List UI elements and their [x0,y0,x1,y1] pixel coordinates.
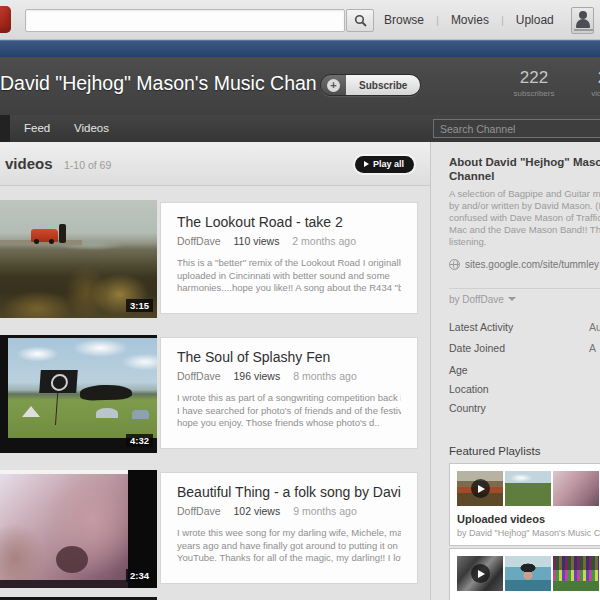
plus-icon [327,79,340,92]
avatar-base [574,29,593,31]
nav-link-upload[interactable]: Upload [516,13,554,27]
video-age: 8 months ago [293,370,357,382]
field-label: Latest Activity [449,321,513,333]
subscribe-label: Subscribe [346,75,420,95]
website-row[interactable]: sites.google.com/site/tummley [449,259,599,270]
playlist-card[interactable]: 2 Favorite videos [449,548,600,600]
playlist-thumb [457,471,503,506]
video-age: 2 months ago [292,235,356,247]
video-description: I wrote this as part of a songwriting co… [177,392,401,430]
tab-videos[interactable]: Videos [74,115,109,142]
content-area: videos 1-10 of 69 Play all 3:15 The Look… [0,142,600,600]
play-overlay-icon [457,556,503,591]
video-views-value: 251 [582,68,600,88]
sidebar-divider [449,288,600,289]
tab-feed[interactable]: Feed [24,115,50,142]
search-input[interactable] [25,9,345,32]
about-text: by and/or written by David Mason. (Not t… [449,200,600,211]
subscriber-count: 222 subscribers [505,68,563,98]
about-text: listening. [449,236,487,247]
videos-header-strip: videos 1-10 of 69 Play all [0,142,430,186]
duration-badge: 4:32 [126,434,153,447]
videos-heading: videos [5,155,53,172]
thumbnail-red-car [31,229,58,242]
field-value: A [589,342,596,354]
subscriber-count-value: 222 [505,68,563,88]
sidebar: About David "Hejhog" Mason's Music Chann… [430,142,600,600]
playlist-card[interactable]: 69 Uploaded videos by David "Hejhog" Mas… [449,463,600,546]
globe-icon [449,259,460,270]
playlist-thumbnails: 2 [457,556,600,591]
playlist-thumb [505,471,551,506]
playlist-thumb [505,556,551,591]
video-views: 110 views [234,235,280,247]
video-row: 2:34 Beautiful Thing - a folk song by Da… [0,465,430,592]
top-nav: Browse | Movies | Upload [384,0,554,40]
field-value: Au [589,321,600,333]
video-views: 196 views [234,370,281,382]
video-info-card: The Lookout Road - take 2 DoffDave 110 v… [160,202,418,314]
youtube-logo-icon[interactable] [0,6,11,33]
nav-link-browse[interactable]: Browse [384,13,424,27]
playlist-thumb [553,471,599,506]
video-meta: DoffDave 196 views 8 months ago [177,370,401,382]
video-views-count: 251 video views [582,68,600,98]
play-all-button[interactable]: Play all [355,156,414,173]
playlist-title[interactable]: Uploaded videos [457,513,600,525]
thumbnail-flag [39,370,78,393]
playlist-thumbnails: 69 [457,471,600,506]
about-title: About David "Hejhog" Mason's Music [449,156,600,168]
about-text: confused with Dave Mason of Traffic, Fle… [449,212,600,223]
thumbnail-wagon [80,384,132,401]
account-avatar-button[interactable] [571,7,594,34]
chevron-down-icon [508,297,516,301]
channel-tab-bar: Feed Videos [0,115,600,142]
nav-separator: | [501,14,504,26]
thumbnail-person [59,224,66,243]
field-label: Age [449,364,468,376]
channel-search-input[interactable] [433,119,600,138]
channel-title: David "Hejhog" Mason's Music Channel [0,72,316,95]
field-label: Location [449,383,489,395]
video-title[interactable]: The Lookout Road - take 2 [177,214,401,230]
blue-divider-bar [0,40,600,57]
about-text: A selection of Bagpipe and Guitar music [449,188,600,199]
subscriber-count-label: subscribers [505,89,563,98]
video-description: This is a "better" remix of the Lookout … [177,257,401,295]
thumbnail-tent [22,406,40,417]
video-meta: DoffDave 110 views 2 months ago [177,235,401,247]
thumbnail-bottom-bar [0,580,128,588]
owner-dropdown[interactable]: by DoffDave [449,294,516,305]
channel-header: David "Hejhog" Mason's Music Channel Sub… [0,57,600,115]
video-title[interactable]: Beautiful Thing - a folk song by David M… [177,484,401,500]
field-label: Date Joined [449,342,505,354]
subscribe-button[interactable]: Subscribe [320,74,421,96]
nav-separator: | [436,14,439,26]
video-row: 4:32 The Soul of Splashy Fen DoffDave 19… [0,330,430,457]
video-author[interactable]: DoffDave [177,370,221,382]
thumbnail-tent [96,408,118,418]
youtube-channel-page: Browse | Movies | Upload David "Hejhog" … [0,0,600,600]
top-bar: Browse | Movies | Upload [0,0,600,40]
website-link[interactable]: sites.google.com/site/tummley [465,259,599,270]
thumbnail-festival-scene [8,338,157,438]
playlist-thumb [553,556,599,591]
video-author[interactable]: DoffDave [177,235,221,247]
person-silhouette-icon [576,11,590,29]
video-author[interactable]: DoffDave [177,505,221,517]
search-button[interactable] [346,9,374,32]
video-info-card: Beautiful Thing - a folk song by David M… [160,472,418,584]
video-row: 3:15 The Lookout Road - take 2 DoffDave … [0,195,430,322]
featured-playlists-heading: Featured Playlists [449,445,540,457]
video-views: 102 views [234,505,281,517]
nav-link-movies[interactable]: Movies [451,13,489,27]
subscribe-left-cap [321,75,346,95]
about-text: Mac and the Dave Mason Band!! Thanks for [449,224,600,235]
magnifier-icon [354,14,367,27]
video-thumbnail[interactable]: 4:32 [0,335,157,453]
field-label: Country [449,402,486,414]
video-title[interactable]: The Soul of Splashy Fen [177,349,401,365]
thumbnail-shadow [56,546,88,573]
video-thumbnail[interactable]: 2:34 [0,470,157,588]
video-thumbnail[interactable]: 3:15 [0,200,157,318]
